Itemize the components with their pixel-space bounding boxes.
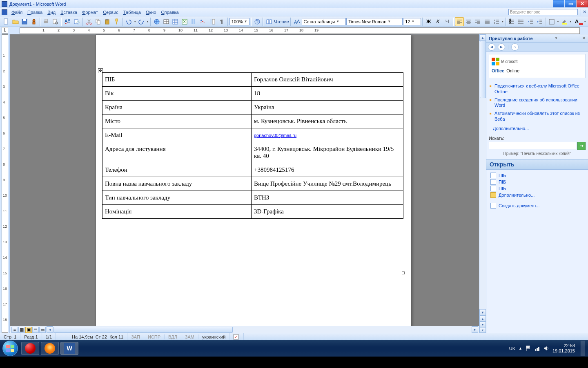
table-row[interactable]: Вік18 xyxy=(102,87,403,101)
taskbar-firefox[interactable] xyxy=(41,342,59,355)
table-row[interactable]: КраїнаУкраїна xyxy=(102,101,403,114)
scroll-left-button[interactable]: ◄ xyxy=(47,326,53,333)
scroll-right-button[interactable]: ► xyxy=(472,326,478,333)
menu-правка[interactable]: Правка xyxy=(25,10,45,15)
bullets-button[interactable] xyxy=(517,17,526,26)
email-link[interactable]: gorlachov00@mail.ru xyxy=(254,133,296,138)
print-button[interactable] xyxy=(42,17,51,26)
taskpane-search-go[interactable]: ➔ xyxy=(577,142,586,150)
table-row[interactable]: Повна назва навчального закладуВище Проф… xyxy=(102,177,403,191)
menu-формат[interactable]: Формат xyxy=(80,10,100,15)
show-desktop-button[interactable] xyxy=(581,341,585,356)
drawing-button[interactable] xyxy=(199,17,208,26)
minimize-button[interactable]: ─ xyxy=(553,0,564,7)
prev-page-button[interactable]: ▴ xyxy=(479,316,486,321)
menu-сервис[interactable]: Сервис xyxy=(100,10,121,15)
maximize-button[interactable]: ▭ xyxy=(565,0,576,7)
status-ВДЛ[interactable]: ВДЛ xyxy=(165,334,181,339)
horizontal-ruler[interactable]: 12345678910111213141516171819 xyxy=(20,27,580,34)
document-page[interactable]: ✥ ПІБГорлачов Олексій ВіталійовичВік18Кр… xyxy=(96,34,411,326)
cut-button[interactable] xyxy=(85,17,94,26)
tray-show-hidden-icon[interactable]: ▲ xyxy=(519,346,522,350)
start-button[interactable] xyxy=(2,341,18,356)
research-button[interactable] xyxy=(72,17,81,26)
tray-clock[interactable]: 22:5819.01.2015 xyxy=(552,343,575,354)
taskbar-opera[interactable] xyxy=(21,342,39,355)
more-files[interactable]: Дополнительно... xyxy=(490,192,585,198)
redo-button[interactable] xyxy=(137,17,146,26)
undo-button[interactable] xyxy=(125,17,134,26)
tray-network-icon[interactable] xyxy=(535,346,540,351)
table-resize-handle[interactable] xyxy=(402,272,405,274)
reading-icon[interactable] xyxy=(265,17,274,26)
create-document[interactable]: Создать документ... xyxy=(490,202,585,209)
table-row[interactable]: Номінація3D-Графіка xyxy=(102,205,403,219)
taskpane-close-icon[interactable]: ✕ xyxy=(582,36,586,41)
close-button[interactable]: ✕ xyxy=(577,0,588,7)
select-browse-button[interactable]: ● xyxy=(479,321,486,327)
tray-volume-icon[interactable] xyxy=(543,346,549,351)
table-row[interactable]: Містом. Кузнецовськ. Рівненська область xyxy=(102,114,403,128)
paste-button[interactable] xyxy=(103,17,112,26)
reading-label[interactable]: Чтение xyxy=(274,19,289,24)
taskpane-more-link[interactable]: Дополнительно... xyxy=(489,125,586,133)
table-style-select[interactable]: Сетка таблицы▼ xyxy=(302,18,346,25)
menu-таблица[interactable]: Таблица xyxy=(121,10,143,15)
table-row[interactable]: Адреса для листування34400, г. Кузнецовс… xyxy=(102,142,403,163)
columns-button[interactable] xyxy=(189,17,198,26)
window-options-icon[interactable]: ✕ xyxy=(581,9,588,16)
insert-table-button[interactable] xyxy=(171,17,180,26)
table-row[interactable]: Тип навчального закладуВТНЗ xyxy=(102,191,403,205)
status-spellcheck-indicator[interactable] xyxy=(229,333,244,340)
taskpane-link[interactable]: Последние сведения об использовании Word xyxy=(490,96,585,110)
taskpane-fwd-button[interactable]: ► xyxy=(498,43,505,51)
doc-map-button[interactable] xyxy=(208,17,217,26)
table-row[interactable]: ПІБГорлачов Олексій Віталійович xyxy=(102,73,403,87)
excel-button[interactable]: X xyxy=(180,17,189,26)
increase-indent-button[interactable] xyxy=(535,17,544,26)
zoom-select[interactable]: 100%▼ xyxy=(229,18,249,25)
bold-button[interactable]: Ж xyxy=(424,17,433,26)
underline-button[interactable]: Ч xyxy=(443,17,452,26)
main-table[interactable]: ПІБГорлачов Олексій ВіталійовичВік18Краї… xyxy=(102,72,403,219)
vscroll-thumb[interactable] xyxy=(480,41,486,98)
menu-вставка[interactable]: Вставка xyxy=(58,10,80,15)
recent-file[interactable]: ПІБ xyxy=(490,172,585,179)
status-language[interactable]: украинский xyxy=(198,333,229,340)
taskpane-link[interactable]: Автоматически обновлять этот список из В… xyxy=(490,110,585,123)
spellcheck-button[interactable]: ABC xyxy=(63,17,72,26)
copy-button[interactable] xyxy=(94,17,102,26)
tray-lang[interactable]: UK xyxy=(509,346,515,351)
status-ЗАП[interactable]: ЗАП xyxy=(127,334,144,339)
taskpane-dropdown-icon[interactable]: ▼ xyxy=(555,36,558,40)
scroll-down-button[interactable]: ▼ xyxy=(479,309,486,316)
hscroll-thumb[interactable] xyxy=(53,327,233,333)
tab-selector[interactable]: L xyxy=(2,27,8,34)
reading-view-button[interactable]: ▭ xyxy=(39,327,46,333)
taskbar-word[interactable]: W xyxy=(60,342,78,355)
menu-файл[interactable]: Файл xyxy=(9,10,25,15)
recent-file[interactable]: ПІБ xyxy=(490,185,585,192)
italic-button[interactable]: К xyxy=(434,17,443,26)
tray-flag-icon[interactable] xyxy=(526,346,531,351)
save-button[interactable] xyxy=(20,17,29,26)
new-doc-button[interactable] xyxy=(2,17,11,26)
taskpane-back-button[interactable]: ◄ xyxy=(488,43,495,51)
menu-справка[interactable]: Справка xyxy=(159,10,181,15)
style-icon[interactable]: AA xyxy=(292,17,301,26)
show-hide-button[interactable]: ¶ xyxy=(217,17,226,26)
font-select[interactable]: Times New Roman▼ xyxy=(346,18,403,25)
taskpane-link[interactable]: Подключиться к веб-узлу Microsoft Office… xyxy=(490,82,585,96)
scroll-up-button[interactable]: ▲ xyxy=(479,34,486,41)
help-question-input[interactable] xyxy=(508,9,578,15)
normal-view-button[interactable]: ≡ xyxy=(11,327,18,333)
line-spacing-button[interactable] xyxy=(492,17,501,26)
numbering-button[interactable]: 123 xyxy=(508,17,517,26)
align-right-button[interactable] xyxy=(473,17,482,26)
menu-окно[interactable]: Окно xyxy=(143,10,159,15)
format-painter-button[interactable] xyxy=(112,17,121,26)
taskpane-search-input[interactable] xyxy=(489,142,576,149)
font-size-select[interactable]: 12▼ xyxy=(403,18,421,25)
vertical-ruler[interactable]: 123456789101112131415161718 xyxy=(2,34,8,333)
taskpane-home-button[interactable]: ⌂ xyxy=(511,43,519,51)
